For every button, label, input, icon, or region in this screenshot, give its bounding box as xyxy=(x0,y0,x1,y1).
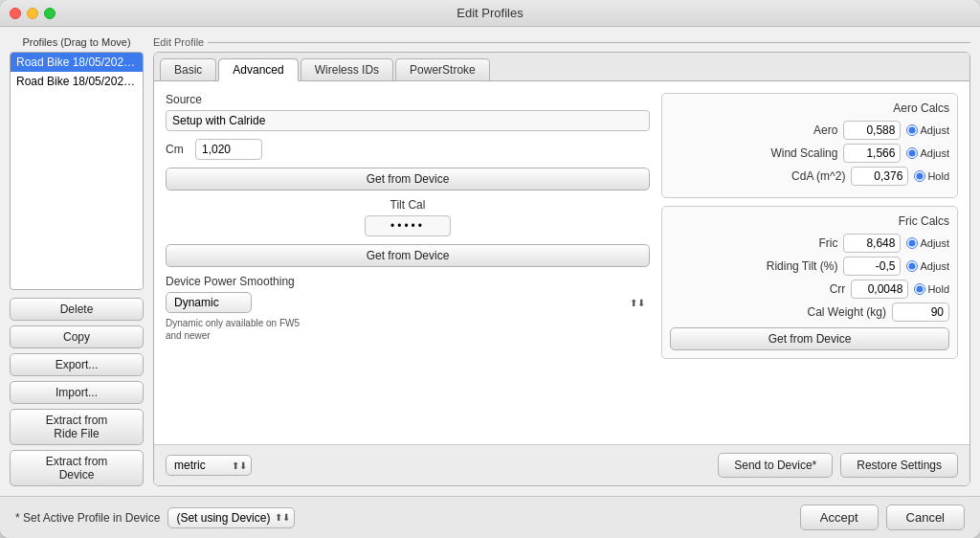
cda-hold-option[interactable]: Hold xyxy=(914,170,949,182)
fric-calcs-section: Fric Calcs Fric Adjust xyxy=(661,206,958,359)
footer-select-wrapper: (Set using Device) ⬆⬇ xyxy=(167,507,295,528)
tab-advanced[interactable]: Advanced xyxy=(218,58,298,81)
close-button[interactable] xyxy=(10,8,21,19)
tab-wireless-ids[interactable]: Wireless IDs xyxy=(301,58,393,80)
tilt-cal-input[interactable] xyxy=(365,215,451,236)
dynamic-note: Dynamic only available on FW5 and newer xyxy=(166,317,309,342)
metric-select-wrapper: metric imperial ⬆⬇ xyxy=(166,455,252,476)
cal-weight-row: Cal Weight (kg) xyxy=(670,303,949,322)
get-device-button-3[interactable]: Get from Device xyxy=(670,327,949,350)
fric-value[interactable] xyxy=(843,234,901,253)
profile-item-2[interactable]: Road Bike 18/05/2021 Prof# 1 xyxy=(11,72,143,91)
smoothing-label: Device Power Smoothing xyxy=(166,275,650,288)
smoothing-select[interactable]: Dynamic Low Medium High xyxy=(166,292,252,313)
smoothing-select-arrow: ⬆⬇ xyxy=(630,298,645,308)
metric-select[interactable]: metric imperial xyxy=(166,455,252,476)
aero-adjust-radio[interactable] xyxy=(906,124,918,136)
cda-label: CdA (m^2) xyxy=(759,169,845,183)
set-active-label: * Set Active Profile in Device xyxy=(15,511,160,525)
aero-row: Aero Adjust xyxy=(670,121,949,140)
cancel-button[interactable]: Cancel xyxy=(886,504,965,530)
profiles-label: Profiles (Drag to Move) xyxy=(10,36,144,48)
crr-radio-group: Hold xyxy=(914,283,949,295)
source-label: Source xyxy=(166,93,650,106)
wind-scaling-value[interactable] xyxy=(843,144,901,163)
cal-weight-label: Cal Weight (kg) xyxy=(800,305,886,319)
smoothing-section: Device Power Smoothing Dynamic Low Mediu… xyxy=(166,275,650,342)
fric-radio-group: Adjust xyxy=(906,237,949,249)
cm-field: Cm xyxy=(166,139,650,160)
device-select[interactable]: (Set using Device) xyxy=(167,507,295,528)
tab-section: Basic Advanced Wireless IDs PowerStroke … xyxy=(153,52,970,486)
window-title: Edit Profiles xyxy=(457,6,523,20)
extract-ride-button[interactable]: Extract fromRide File xyxy=(10,409,144,445)
riding-tilt-adjust-option[interactable]: Adjust xyxy=(906,260,949,272)
footer-buttons: Accept Cancel xyxy=(800,504,965,530)
wind-scaling-radio-group: Adjust xyxy=(906,147,949,159)
cda-row: CdA (m^2) Hold xyxy=(670,167,949,186)
riding-tilt-value[interactable] xyxy=(843,257,901,276)
footer-bar: * Set Active Profile in Device (Set usin… xyxy=(0,496,980,538)
send-to-device-button[interactable]: Send to Device* xyxy=(718,453,833,478)
source-input[interactable] xyxy=(166,110,650,131)
fric-row: Fric Adjust xyxy=(670,234,949,253)
tab-basic[interactable]: Basic xyxy=(160,58,216,80)
tilt-cal-label: Tilt Cal xyxy=(390,198,426,212)
traffic-lights xyxy=(10,8,56,19)
aero-calcs-section: Aero Calcs Aero Adjust xyxy=(661,93,958,198)
fric-label: Fric xyxy=(751,236,837,250)
main-window: Edit Profiles Profiles (Drag to Move) Ro… xyxy=(0,0,980,538)
maximize-button[interactable] xyxy=(44,8,56,19)
crr-hold-radio[interactable] xyxy=(914,283,925,295)
wind-scaling-adjust-option[interactable]: Adjust xyxy=(906,147,949,159)
export-button[interactable]: Export... xyxy=(10,353,144,376)
profiles-list[interactable]: Road Bike 18/05/2021 Prof# 1 Road Bike 1… xyxy=(10,52,144,290)
cda-hold-radio[interactable] xyxy=(914,170,925,182)
riding-tilt-radio-group: Adjust xyxy=(906,260,949,272)
footer-left: * Set Active Profile in Device (Set usin… xyxy=(15,507,295,528)
get-device-button-1[interactable]: Get from Device xyxy=(166,168,650,191)
source-column: Source Cm Get from Device Tilt Cal Get xyxy=(166,93,650,433)
wind-adjust-radio[interactable] xyxy=(906,147,918,159)
bottom-right-buttons: Send to Device* Restore Settings xyxy=(718,453,958,478)
tab-powerstroke[interactable]: PowerStroke xyxy=(395,58,490,80)
left-panel: Profiles (Drag to Move) Road Bike 18/05/… xyxy=(10,36,144,486)
bottom-bar: metric imperial ⬆⬇ Send to Device* Resto… xyxy=(154,444,969,485)
extract-device-button[interactable]: Extract fromDevice xyxy=(10,450,144,486)
profile-item-1[interactable]: Road Bike 18/05/2021 Prof# 1 xyxy=(11,53,143,72)
tab-content: Source Cm Get from Device Tilt Cal Get xyxy=(154,81,969,444)
riding-tilt-row: Riding Tilt (%) Adjust xyxy=(670,257,949,276)
riding-tilt-label: Riding Tilt (%) xyxy=(751,259,837,273)
cda-radio-group: Hold xyxy=(914,170,949,182)
calcs-column: Aero Calcs Aero Adjust xyxy=(661,93,958,433)
cm-input[interactable] xyxy=(195,139,262,160)
restore-settings-button[interactable]: Restore Settings xyxy=(840,453,958,478)
crr-hold-option[interactable]: Hold xyxy=(914,283,949,295)
edit-profile-label: Edit Profile xyxy=(153,36,204,48)
tabs: Basic Advanced Wireless IDs PowerStroke xyxy=(154,53,969,81)
accept-button[interactable]: Accept xyxy=(800,504,879,530)
crr-row: Crr Hold xyxy=(670,280,949,299)
cda-value[interactable] xyxy=(851,167,908,186)
left-button-group: Delete Copy Export... Import... Extract … xyxy=(10,298,144,486)
get-device-button-2[interactable]: Get from Device xyxy=(166,244,650,267)
aero-value[interactable] xyxy=(843,121,901,140)
source-field-group: Source xyxy=(166,93,650,131)
aero-adjust-option[interactable]: Adjust xyxy=(906,124,949,136)
aero-label: Aero xyxy=(751,123,837,137)
fric-calcs-title: Fric Calcs xyxy=(670,214,949,228)
right-panel: Edit Profile Basic Advanced Wireless IDs… xyxy=(153,36,970,486)
aero-calcs-title: Aero Calcs xyxy=(670,101,949,115)
crr-value[interactable] xyxy=(851,280,908,299)
delete-button[interactable]: Delete xyxy=(10,298,144,321)
tilt-adjust-radio[interactable] xyxy=(906,260,918,272)
cal-weight-value[interactable] xyxy=(892,303,949,322)
edit-profile-header: Edit Profile xyxy=(153,36,970,48)
wind-scaling-label: Wind Scaling xyxy=(751,146,837,160)
aero-radio-group: Adjust xyxy=(906,124,949,136)
fric-adjust-option[interactable]: Adjust xyxy=(906,237,949,249)
minimize-button[interactable] xyxy=(27,8,38,19)
fric-adjust-radio[interactable] xyxy=(906,237,918,249)
import-button[interactable]: Import... xyxy=(10,381,144,404)
copy-button[interactable]: Copy xyxy=(10,325,144,348)
